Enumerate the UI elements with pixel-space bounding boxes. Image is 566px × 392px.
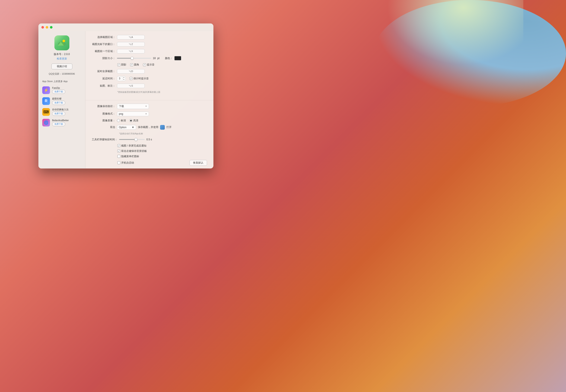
countdown-checkbox[interactable]: ✓ xyxy=(130,77,132,80)
list-item: R 超级右键 免费下载 xyxy=(38,96,85,106)
toolbar-label: 工具栏弹窗响应时间： xyxy=(92,138,117,141)
shadow-checkbox[interactable]: ✓ xyxy=(117,63,120,66)
rounded-checkbox-label: 圆角 xyxy=(134,63,139,67)
fastzip-icon: ⚡ xyxy=(42,86,50,94)
quality-radio-group: 标清 高清 xyxy=(117,119,138,122)
prev-area-row: 截图前一个区域： ⌥X xyxy=(92,49,207,54)
maximize-button[interactable] xyxy=(50,26,53,28)
notify-checkbox[interactable]: ✓ xyxy=(117,144,120,147)
quality-label: 图像质量： xyxy=(92,119,115,122)
prev-area-label: 截图前一个区域： xyxy=(92,49,115,53)
minimize-button[interactable] xyxy=(46,26,48,28)
close-button[interactable] xyxy=(41,26,44,28)
open-btn[interactable]: 打开 xyxy=(166,126,172,129)
paste-row: 贴图、标注： ⌥S xyxy=(92,84,207,88)
sound-checkbox-item: ✓ 提示音 xyxy=(143,63,155,67)
quality-sd-radio[interactable] xyxy=(117,119,120,122)
fastzip-info: FastZip 免费下载 xyxy=(52,87,65,94)
shadow-value: 18 xyxy=(153,57,156,60)
stepper-down[interactable]: ▼ xyxy=(122,79,126,81)
open-hint: *选择自动打开的App名称 xyxy=(119,132,143,135)
color-label: 颜色： xyxy=(164,56,173,60)
open-app-icon[interactable] xyxy=(160,125,165,130)
clipboard-checkbox[interactable]: ✓ xyxy=(117,150,120,153)
quality-hd-radio[interactable] xyxy=(129,119,132,122)
qq-group-label: QQ交流群：1038980596 xyxy=(49,72,75,75)
hide-menubar-checkbox-item: 隐藏菜单栏图标 xyxy=(117,155,139,158)
titlebar xyxy=(38,24,213,31)
betterandbetter-icon: 🌀 xyxy=(42,119,50,126)
double-click-row: 双击 Option ▼ 保存截图，并使用 打开 xyxy=(92,125,207,130)
capture-window-row: 截图光标下的窗口： ⌥Z xyxy=(92,42,207,46)
rounded-checkbox-item: ✓ 圆角 xyxy=(130,63,139,67)
app-icon xyxy=(54,35,69,50)
stepper-up[interactable]: ▲ xyxy=(122,76,126,79)
shadow-slider-thumb[interactable] xyxy=(131,57,134,60)
more-apps-title: App Store 上的更多 App xyxy=(38,80,68,83)
paste-shortcut[interactable]: ⌥S xyxy=(117,84,145,88)
clipboard-checkbox-item: ✓ 双击左键保存至剪切板 xyxy=(117,149,147,153)
video-intro-button[interactable]: 视频介绍 xyxy=(51,64,72,69)
clipboard-label: 双击左键保存至剪切板 xyxy=(121,149,147,153)
svg-point-3 xyxy=(62,40,65,42)
delay-label: 延迟时间： xyxy=(92,77,115,80)
hide-menubar-checkbox[interactable] xyxy=(117,155,120,158)
prev-area-shortcut[interactable]: ⌥X xyxy=(117,49,145,54)
select-area-shortcut[interactable]: ⌥A xyxy=(117,35,145,40)
fullscreen-key: ⌥D xyxy=(129,70,133,73)
startup-row: 开机自启动 恢复默认 xyxy=(92,160,207,166)
superright-download-button[interactable]: 免费下载 xyxy=(52,101,65,105)
toolbar-slider-thumb[interactable] xyxy=(134,138,137,141)
format-label: 图像格式： xyxy=(92,112,115,116)
double-click-option-select[interactable]: Option ▼ xyxy=(117,125,136,130)
format-row: 图像格式： png ▼ xyxy=(92,112,207,116)
shadow-slider[interactable] xyxy=(117,58,151,59)
paste-note: *把粘贴板里的图像(或文件)贴到屏幕的最上面 xyxy=(117,91,160,94)
betterandbetter-download-button[interactable]: 免费下载 xyxy=(52,122,65,126)
startup-checkbox[interactable] xyxy=(117,161,120,164)
save-path-arrow: ▼ xyxy=(145,105,147,107)
startup-label: 开机自启动 xyxy=(121,161,134,165)
color-swatch[interactable] xyxy=(174,56,181,60)
shadow-row: 阴影大小： 18 pt 颜色： xyxy=(92,56,207,60)
list-item: ⚡ FastZip 免费下载 xyxy=(38,85,85,95)
capture-window-key: ⌥Z xyxy=(129,43,133,46)
format-select[interactable]: png ▼ xyxy=(117,112,149,116)
list-item: 🌀 BetterAndBetter 免费下载 xyxy=(38,118,85,127)
paste-note-row: *把粘贴板里的图像(或文件)贴到屏幕的最上面 xyxy=(92,91,207,94)
restore-default-button[interactable]: 恢复默认 xyxy=(189,160,207,166)
format-arrow: ▼ xyxy=(145,113,147,115)
notify-checkbox-item: ✓ 截图 / 录屏完成后通知 xyxy=(117,144,146,148)
open-hint-row: *选择自动打开的App名称 xyxy=(92,132,207,135)
quality-sd-item: 标清 xyxy=(117,119,126,122)
capture-window-label: 截图光标下的窗口： xyxy=(92,42,115,46)
clipboard-row: ✓ 双击左键保存至剪切板 xyxy=(92,149,207,153)
check-update-link[interactable]: 检查更新 xyxy=(57,57,67,61)
sound-checkbox[interactable]: ✓ xyxy=(143,63,146,66)
save-path-select[interactable]: 下载 ▼ xyxy=(117,104,149,109)
fullscreen-shortcut[interactable]: ⌥D xyxy=(117,69,145,74)
countdown-checkbox-item: ✓ 倒计时提示音 xyxy=(130,77,149,80)
save-section: 图像保存路径： 下载 ▼ 图像格式： png ▼ 图像质量： xyxy=(85,100,213,168)
delay-stepper[interactable]: 3 ▲ ▼ xyxy=(117,76,126,81)
hide-menubar-row: 隐藏菜单栏图标 xyxy=(92,155,207,158)
superright-info: 超级右键 免费下载 xyxy=(52,97,65,105)
capture-window-shortcut[interactable]: ⌥Z xyxy=(117,42,145,46)
autoinput-download-button[interactable]: 免费下载 xyxy=(52,112,65,116)
save-path-label: 图像保存路径： xyxy=(92,104,115,108)
rounded-checkbox[interactable]: ✓ xyxy=(130,63,133,66)
shadow-slider-group: 18 pt xyxy=(117,57,160,60)
quality-hd-label: 高清 xyxy=(133,119,138,122)
toolbar-value: 0.5 s xyxy=(146,138,152,141)
shadow-checkbox-item: ✓ 阴影 xyxy=(117,63,126,67)
stepper-arrows: ▲ ▼ xyxy=(122,76,126,81)
save-path-row: 图像保存路径： 下载 ▼ xyxy=(92,104,207,109)
app-window: 版本号：2.0.0 检查更新 视频介绍 QQ交流群：1038980596 App… xyxy=(38,24,213,168)
superright-icon: R xyxy=(42,97,50,105)
notify-row: ✓ 截图 / 录屏完成后通知 xyxy=(92,144,207,148)
double-click-option-value: Option xyxy=(119,126,126,129)
fastzip-download-button[interactable]: 免费下载 xyxy=(52,90,65,94)
shadow-checkbox-label: 阴影 xyxy=(121,63,126,67)
toolbar-slider[interactable] xyxy=(119,139,145,140)
bg-decoration2 xyxy=(374,0,523,75)
